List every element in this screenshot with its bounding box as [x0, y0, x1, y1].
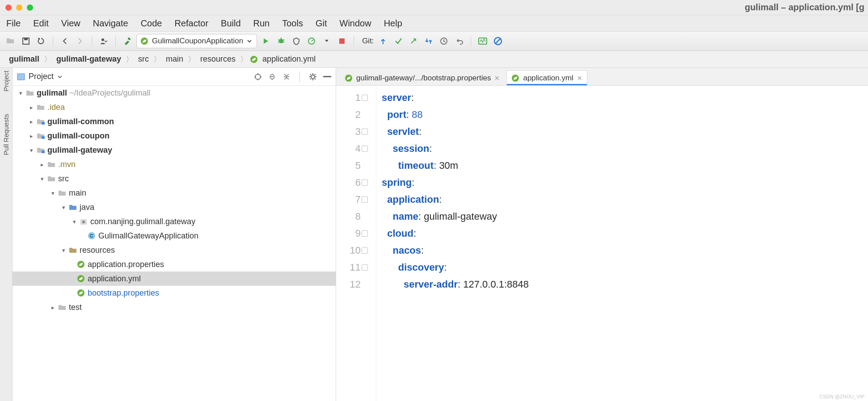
tree-idea[interactable]: ▸.idea	[13, 100, 336, 114]
hammer-icon[interactable]	[121, 35, 134, 47]
fold-icon[interactable]	[362, 180, 368, 186]
close-icon[interactable]: ✕	[494, 75, 500, 82]
editor-tab[interactable]: application.yml✕	[506, 70, 587, 85]
expand-all-icon[interactable]	[268, 73, 276, 81]
hide-icon[interactable]	[323, 76, 331, 78]
save-icon[interactable]	[20, 35, 32, 47]
dropdown-icon[interactable]	[320, 35, 333, 47]
code-line[interactable]: timeout: 30m	[382, 157, 529, 174]
code-line[interactable]: servlet:	[382, 123, 529, 140]
menu-navigate[interactable]: Navigate	[93, 18, 128, 29]
breadcrumb-item[interactable]: gulimall	[6, 54, 42, 65]
fold-icon[interactable]	[362, 196, 368, 203]
git-update-icon[interactable]	[377, 35, 389, 47]
gear-icon[interactable]	[309, 73, 317, 81]
tree-resources[interactable]: ▾resources	[13, 243, 336, 257]
activity-icon[interactable]	[476, 35, 489, 47]
fold-icon[interactable]	[362, 95, 368, 101]
watermark: CSDN @ZHOU_VIP	[820, 394, 864, 399]
menu-bar: FileEditViewNavigateCodeRefactorBuildRun…	[0, 15, 868, 31]
menu-refactor[interactable]: Refactor	[174, 18, 208, 29]
rollback-icon[interactable]	[453, 35, 465, 47]
project-panel-title: Project	[29, 72, 54, 81]
tree-root[interactable]: ▾gulimall ~/IdeaProjects/gulimall	[13, 86, 336, 100]
traffic-minimize-icon[interactable]	[16, 4, 22, 11]
menu-edit[interactable]: Edit	[33, 18, 48, 29]
tree-main[interactable]: ▾main	[13, 186, 336, 200]
menu-window[interactable]: Window	[340, 18, 371, 29]
fold-icon[interactable]	[362, 129, 368, 135]
tree-app-class[interactable]: GulimallGatewayApplication	[13, 229, 336, 243]
code-line[interactable]: spring:	[382, 174, 529, 191]
code-line[interactable]: session:	[382, 140, 529, 157]
tree-common[interactable]: ▸gulimall-common	[13, 114, 336, 129]
breadcrumb-item[interactable]: resources	[198, 54, 238, 65]
fold-icon[interactable]	[362, 146, 368, 152]
coverage-icon[interactable]	[290, 35, 303, 47]
editor-tabs: gulimall-gateway/.../bootstrap.propertie…	[336, 68, 868, 86]
traffic-close-icon[interactable]	[5, 4, 12, 11]
code-line[interactable]: application:	[382, 191, 529, 208]
code-line[interactable]: port: 88	[382, 106, 529, 123]
target-icon[interactable]	[254, 73, 262, 81]
breadcrumb-item[interactable]: gulimall-gateway	[54, 54, 124, 65]
debug-icon[interactable]	[275, 35, 287, 47]
code-line[interactable]: discovery:	[382, 259, 529, 276]
traffic-zoom-icon[interactable]	[27, 4, 33, 11]
tree-coupon[interactable]: ▸gulimall-coupon	[13, 129, 336, 143]
tree-pkg[interactable]: ▾com.nanjing.gulimall.gateway	[13, 214, 336, 229]
tree-src[interactable]: ▾src	[13, 171, 336, 186]
svg-rect-18	[127, 37, 131, 40]
run-config-selector[interactable]: GulimallCouponApplication	[136, 34, 257, 48]
inspect-icon[interactable]	[492, 35, 504, 47]
forward-icon[interactable]	[74, 35, 86, 47]
code-lines[interactable]: server: port: 88 servlet: session: timeo…	[376, 86, 529, 401]
menu-file[interactable]: File	[6, 18, 21, 29]
git-fetch-icon[interactable]	[422, 35, 435, 47]
git-commit-icon[interactable]	[392, 35, 405, 47]
tree-gateway[interactable]: ▾gulimall-gateway	[13, 143, 336, 157]
tab-project[interactable]: Project	[2, 71, 10, 92]
fold-icon[interactable]	[362, 230, 368, 237]
code-line[interactable]: server:	[382, 89, 529, 106]
menu-code[interactable]: Code	[141, 18, 162, 29]
code-area[interactable]: 123456789101112 server: port: 88 servlet…	[336, 86, 868, 401]
code-line[interactable]: name: gulimall-gateway	[382, 208, 529, 225]
tab-pull-requests[interactable]: Pull Requests	[2, 114, 10, 155]
fold-icon[interactable]	[362, 264, 368, 271]
reload-icon[interactable]	[35, 35, 47, 47]
tree-java[interactable]: ▾java	[13, 200, 336, 214]
code-line[interactable]: server-addr: 127.0.0.1:8848	[382, 276, 529, 293]
tree-app-yml[interactable]: application.yml	[13, 272, 336, 286]
menu-git[interactable]: Git	[316, 18, 327, 29]
menu-help[interactable]: Help	[384, 18, 402, 29]
collapse-all-icon[interactable]	[282, 73, 291, 81]
back-icon[interactable]	[59, 35, 71, 47]
close-icon[interactable]: ✕	[577, 75, 582, 82]
tree-test[interactable]: ▸test	[13, 300, 336, 314]
tree-bootstrap[interactable]: bootstrap.properties	[13, 286, 336, 300]
open-icon[interactable]	[4, 35, 17, 47]
tree-app-properties[interactable]: application.properties	[13, 257, 336, 272]
run-icon[interactable]	[260, 35, 272, 47]
project-panel: Project ▾gulimall ~/IdeaProjects/gulimal…	[13, 68, 336, 401]
menu-run[interactable]: Run	[253, 18, 270, 29]
project-tree[interactable]: ▾gulimall ~/IdeaProjects/gulimall ▸.idea…	[13, 86, 336, 401]
code-line[interactable]: nacos:	[382, 242, 529, 259]
stop-icon[interactable]	[336, 35, 348, 47]
history-icon[interactable]	[438, 35, 450, 47]
profile-icon[interactable]	[305, 35, 318, 47]
breadcrumb-item[interactable]: application.yml	[260, 54, 318, 65]
breadcrumb-item[interactable]: main	[163, 54, 186, 65]
user-icon[interactable]	[97, 35, 110, 47]
git-push-icon[interactable]	[407, 35, 420, 47]
editor-tab[interactable]: gulimall-gateway/.../bootstrap.propertie…	[340, 70, 505, 85]
fold-icon[interactable]	[362, 247, 368, 254]
menu-tools[interactable]: Tools	[282, 18, 303, 29]
menu-build[interactable]: Build	[221, 18, 240, 29]
menu-view[interactable]: View	[61, 18, 80, 29]
tree-mvn[interactable]: ▸.mvn	[13, 157, 336, 171]
chevron-down-icon[interactable]	[57, 74, 63, 79]
code-line[interactable]: cloud:	[382, 225, 529, 242]
breadcrumb-item[interactable]: src	[135, 54, 152, 65]
